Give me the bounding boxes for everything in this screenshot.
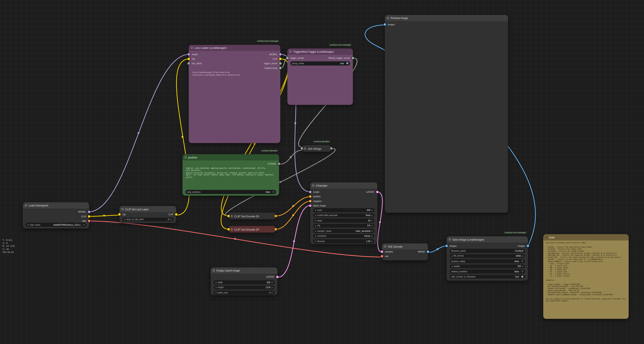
widget-batch-size[interactable]: ◀ batch_size 3 ▶ bbox=[214, 291, 274, 295]
node-title-bar[interactable]: Empty Latent Image bbox=[211, 268, 278, 274]
collapse-icon[interactable] bbox=[184, 156, 187, 158]
node-title-bar[interactable]: Save Image (LoraManager) bbox=[447, 236, 528, 242]
collapse-icon[interactable] bbox=[25, 204, 27, 206]
next-value-icon[interactable]: ▶ bbox=[372, 235, 373, 237]
node-title-bar[interactable]: CLIP Text Encode (Pr bbox=[228, 213, 276, 219]
negative-input-port[interactable] bbox=[309, 200, 312, 202]
decrement-icon[interactable]: ◀ bbox=[124, 218, 125, 220]
widget-stop-at-clip-layer[interactable]: ◀ stop_at_clip_layer -2 ▶ bbox=[122, 218, 173, 222]
note-text-area[interactable]: Available filename_prefix Pattern Codes … bbox=[546, 242, 626, 317]
model-input-port[interactable] bbox=[309, 191, 312, 193]
next-value-icon[interactable]: ▶ bbox=[372, 230, 373, 232]
latent-image-input-port[interactable] bbox=[309, 204, 312, 207]
toggle-off-icon[interactable] bbox=[521, 260, 523, 262]
next-value-icon[interactable]: ▶ bbox=[84, 224, 85, 226]
node-title-bar[interactable]: CLIP Text Encode (Pr bbox=[228, 226, 276, 232]
samples-input-port[interactable] bbox=[380, 250, 383, 253]
decrement-icon[interactable]: ◀ bbox=[215, 286, 216, 288]
widget-filename-prefix[interactable]: filename_prefix ComfyUI bbox=[450, 249, 525, 253]
increment-icon[interactable]: ▶ bbox=[522, 265, 524, 268]
node-join-strings[interactable]: Join Strings bbox=[302, 145, 331, 152]
node-title-bar[interactable]: Load Checkpoint bbox=[23, 202, 89, 208]
collapse-icon[interactable] bbox=[290, 50, 292, 53]
increment-icon[interactable]: ▶ bbox=[170, 218, 172, 220]
clip-input-port[interactable] bbox=[187, 58, 190, 60]
toggle-off-icon[interactable] bbox=[272, 191, 274, 193]
widget-lossless-webp[interactable]: lossless_webp false bbox=[450, 259, 525, 263]
next-value-icon[interactable]: ▶ bbox=[522, 255, 524, 257]
node-ksampler[interactable]: KSampler model positive negative latent_… bbox=[310, 182, 377, 244]
positive-input-port[interactable] bbox=[309, 195, 312, 198]
increment-icon[interactable]: ▶ bbox=[372, 240, 373, 242]
node-title-bar[interactable]: Note bbox=[543, 234, 629, 240]
widget-sampler-name[interactable]: ◀ sampler_name euler_ancestral ▶ bbox=[313, 229, 374, 233]
widget-seed[interactable]: ◀ seed 409 ▶ bbox=[313, 208, 374, 212]
next-value-icon[interactable]: ▶ bbox=[372, 214, 373, 216]
node-load-checkpoint[interactable]: Load Checkpoint MODEL CLIP VAE ◀ ckpt_na… bbox=[23, 202, 89, 228]
toggle-on-icon[interactable] bbox=[521, 276, 523, 278]
node-title-bar[interactable]: positive bbox=[182, 154, 279, 160]
node-title-bar[interactable]: KSampler bbox=[310, 182, 377, 188]
node-lora-loader[interactable]: Lora Loader (LoraManager) model clip lor… bbox=[189, 45, 280, 143]
node-title-bar[interactable]: Preview Image bbox=[385, 15, 508, 21]
toggle-off-icon[interactable] bbox=[521, 270, 523, 272]
node-positive-prompt[interactable]: positive STRING highres, very detailed, … bbox=[182, 154, 279, 196]
collapse-icon[interactable] bbox=[230, 228, 233, 230]
widget-add-counter-to-filename[interactable]: add_counter_to_filename true bbox=[450, 275, 525, 279]
collapse-icon[interactable] bbox=[387, 17, 389, 19]
toggle-on-icon[interactable] bbox=[346, 62, 348, 64]
increment-icon[interactable]: ▶ bbox=[372, 209, 373, 211]
widget-steps[interactable]: ◀ steps 20 ▶ bbox=[313, 218, 374, 222]
images-input-port[interactable] bbox=[384, 23, 386, 26]
trigger-words-input-port[interactable] bbox=[286, 57, 288, 59]
clip-input-port[interactable] bbox=[118, 213, 121, 216]
loras-text-area[interactable]: <lora:CreateConcept_Illustrious:0.8> <lo… bbox=[192, 71, 277, 138]
collapse-icon[interactable] bbox=[213, 270, 215, 272]
node-vae-decode[interactable]: VAE Decode samples vae IMAGE bbox=[382, 243, 428, 260]
node-clip-text-encode-negative[interactable]: CLIP Text Encode (Pr bbox=[228, 226, 276, 232]
widget-control-after-generate[interactable]: ◀ control after generate fixed ▶ bbox=[313, 213, 374, 217]
collapse-icon[interactable] bbox=[230, 215, 233, 217]
widget-cfg[interactable]: ◀ cfg 8.0 ▶ bbox=[313, 224, 374, 228]
prev-value-icon[interactable]: ◀ bbox=[315, 235, 316, 237]
prev-value-icon[interactable]: ◀ bbox=[315, 214, 316, 216]
collapse-icon[interactable] bbox=[312, 184, 314, 186]
increment-icon[interactable]: ▶ bbox=[372, 220, 373, 222]
node-clip-set-last-layer[interactable]: CLIP Set Last Layer clip CLIP ◀ stop_at_… bbox=[120, 206, 176, 223]
collapse-icon[interactable] bbox=[384, 246, 386, 248]
decrement-icon[interactable]: ◀ bbox=[215, 292, 216, 294]
node-title-bar[interactable]: Join Strings bbox=[302, 145, 331, 152]
widget-width[interactable]: ◀ width 832 ▶ bbox=[214, 280, 274, 284]
node-title-bar[interactable]: Lora Loader (LoraManager) bbox=[189, 45, 280, 51]
widget-group-mode[interactable]: group_mode true bbox=[290, 62, 350, 66]
vae-input-port[interactable] bbox=[380, 255, 383, 258]
images-input-port[interactable] bbox=[445, 244, 448, 247]
decrement-icon[interactable]: ◀ bbox=[315, 240, 316, 242]
increment-icon[interactable]: ▶ bbox=[272, 286, 273, 288]
node-title-bar[interactable]: VAE Decode bbox=[382, 243, 428, 250]
widget-embed-workflow[interactable]: embed_workflow false bbox=[450, 270, 525, 274]
node-note[interactable]: Note Available filename_prefix Pattern C… bbox=[543, 234, 629, 319]
collapse-icon[interactable] bbox=[304, 147, 306, 150]
increment-icon[interactable]: ▶ bbox=[272, 281, 273, 284]
collapse-icon[interactable] bbox=[122, 208, 124, 210]
node-preview-image[interactable]: Preview Image images bbox=[385, 15, 508, 213]
node-graph-canvas[interactable]: T: 0.0/s I: 0 N: 14 [14] V: 28 FPS:56.82… bbox=[0, 0, 644, 344]
node-empty-latent-image[interactable]: Empty Latent Image LATENT ◀ width 832 ▶ … bbox=[211, 268, 278, 295]
decrement-icon[interactable]: ◀ bbox=[315, 224, 316, 227]
widget-denoise[interactable]: ◀ denoise 1.00 ▶ bbox=[313, 239, 374, 243]
collapse-icon[interactable] bbox=[191, 47, 193, 49]
collapse-icon[interactable] bbox=[448, 238, 451, 240]
decrement-icon[interactable]: ◀ bbox=[451, 265, 452, 268]
lora-stack-input-port[interactable] bbox=[187, 62, 190, 65]
widget-file-format[interactable]: ◀ file_format webp ▶ bbox=[450, 254, 525, 258]
prev-value-icon[interactable]: ◀ bbox=[451, 255, 452, 257]
widget-quality[interactable]: ◀ quality 100 ▶ bbox=[450, 264, 525, 268]
decrement-icon[interactable]: ◀ bbox=[215, 281, 216, 284]
model-input-port[interactable] bbox=[187, 53, 190, 56]
node-triggerword-toggle[interactable]: TriggerWord Toggle (LoraManager) trigger… bbox=[287, 48, 353, 105]
node-title-bar[interactable]: CLIP Set Last Layer bbox=[120, 206, 176, 212]
prev-value-icon[interactable]: ◀ bbox=[27, 224, 28, 226]
prev-value-icon[interactable]: ◀ bbox=[315, 230, 316, 232]
collapse-icon[interactable] bbox=[545, 236, 547, 238]
